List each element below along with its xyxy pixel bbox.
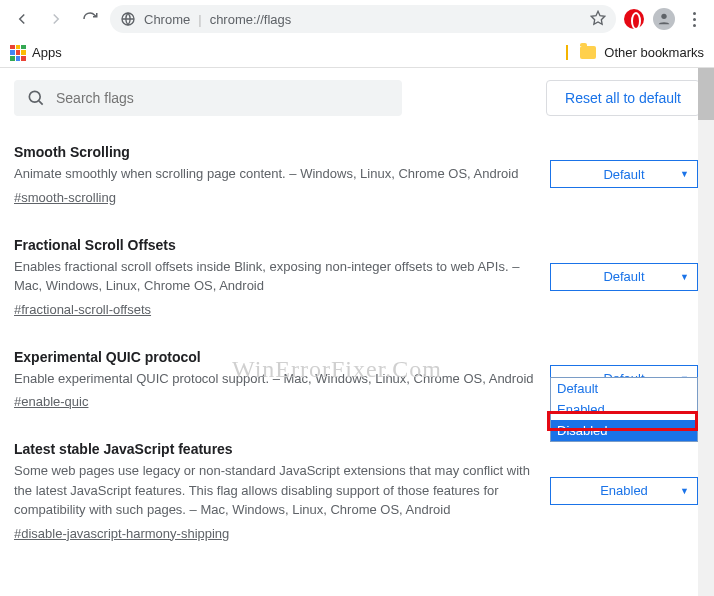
flag-description: Enables fractional scroll offsets inside… xyxy=(14,257,534,296)
flag-anchor[interactable]: #fractional-scroll-offsets xyxy=(14,302,151,317)
reset-all-button[interactable]: Reset all to default xyxy=(546,80,700,116)
svg-point-2 xyxy=(29,91,40,102)
browser-toolbar: Chrome | chrome://flags xyxy=(0,0,714,38)
globe-icon xyxy=(120,11,136,27)
kebab-menu[interactable] xyxy=(682,7,706,31)
bookmarks-bar: Apps Other bookmarks xyxy=(0,38,714,68)
flag-select[interactable]: Default xyxy=(550,160,698,188)
scrollbar-thumb[interactable] xyxy=(698,68,714,120)
dropdown-option[interactable]: Enabled xyxy=(551,399,697,420)
flag-select[interactable]: Default xyxy=(550,263,698,291)
flags-content: Reset all to default WinErrorFixer.Com S… xyxy=(0,68,714,585)
addr-url: chrome://flags xyxy=(210,12,292,27)
other-bookmarks[interactable]: Other bookmarks xyxy=(604,45,704,60)
flag-item: Smooth ScrollingAnimate smoothly when sc… xyxy=(14,144,700,205)
flag-title: Fractional Scroll Offsets xyxy=(14,237,534,253)
flag-description: Enable experimental QUIC protocol suppor… xyxy=(14,369,534,389)
apps-icon[interactable] xyxy=(10,45,26,61)
flag-anchor[interactable]: #smooth-scrolling xyxy=(14,190,116,205)
flag-description: Some web pages use legacy or non-standar… xyxy=(14,461,534,520)
address-bar[interactable]: Chrome | chrome://flags xyxy=(110,5,616,33)
flag-anchor[interactable]: #enable-quic xyxy=(14,394,88,409)
dropdown-option[interactable]: Default xyxy=(551,378,697,399)
bookmark-star-icon[interactable] xyxy=(590,10,606,29)
search-icon xyxy=(26,88,46,108)
search-box[interactable] xyxy=(14,80,402,116)
flag-title: Latest stable JavaScript features xyxy=(14,441,534,457)
flag-anchor[interactable]: #disable-javascript-harmony-shipping xyxy=(14,526,229,541)
forward-button[interactable] xyxy=(42,5,70,33)
reload-button[interactable] xyxy=(76,5,104,33)
profile-avatar[interactable] xyxy=(652,7,676,31)
folder-icon xyxy=(580,46,596,59)
svg-point-1 xyxy=(661,14,666,19)
flag-item: Latest stable JavaScript featuresSome we… xyxy=(14,441,700,541)
flag-description: Animate smoothly when scrolling page con… xyxy=(14,164,534,184)
flag-select[interactable]: Enabled xyxy=(550,477,698,505)
flag-item: Experimental QUIC protocolEnable experim… xyxy=(14,349,700,410)
search-input[interactable] xyxy=(56,90,390,106)
addr-label: Chrome xyxy=(144,12,190,27)
flag-title: Experimental QUIC protocol xyxy=(14,349,534,365)
apps-label[interactable]: Apps xyxy=(32,45,62,60)
back-button[interactable] xyxy=(8,5,36,33)
scrollbar[interactable] xyxy=(698,68,714,596)
flag-item: Fractional Scroll OffsetsEnables fractio… xyxy=(14,237,700,317)
addr-separator: | xyxy=(198,12,201,27)
flag-title: Smooth Scrolling xyxy=(14,144,534,160)
dropdown-option[interactable]: Disabled xyxy=(551,420,697,441)
extension-opera-icon[interactable] xyxy=(622,7,646,31)
flag-dropdown: DefaultEnabledDisabled xyxy=(550,377,698,442)
